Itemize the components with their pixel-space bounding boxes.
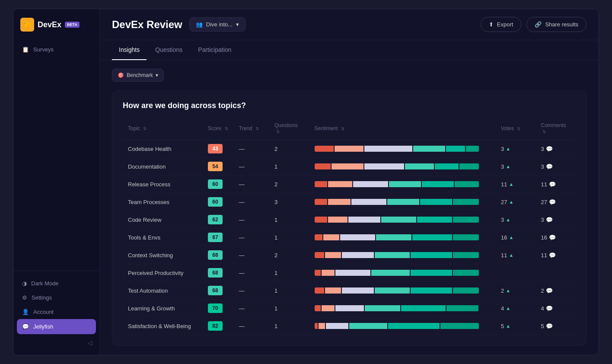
col-header-comments[interactable]: Comments ⇅ [536,119,576,140]
up-arrow-icon: ▲ [509,199,513,204]
cell-questions: 1 [269,229,309,246]
cell-comments [536,264,576,282]
col-header-votes[interactable]: Votes ⇅ [496,119,536,140]
comment-icon: 💬 [549,181,556,188]
dark-mode-icon: ◑ [22,280,27,287]
table-row[interactable]: Learning & Growth70—14▲4💬 [123,300,576,317]
votes-count: 16 [501,234,507,241]
table-row[interactable]: Documentation54—13▲3💬 [123,158,576,176]
table-row[interactable]: Code Review62—13▲3💬 [123,211,576,229]
chevron-down-icon: ▾ [236,21,239,28]
sidebar-item-settings[interactable]: ⚙ Settings [17,291,96,305]
tab-insights[interactable]: Insights [112,40,147,60]
cell-comments: 2💬 [536,282,576,300]
col-header-trend[interactable]: Trend ⇅ [234,119,269,140]
table-row[interactable]: Test Automation68—12▲2💬 [123,282,576,300]
sentiment-segment [323,234,339,240]
cell-questions: 3 [269,193,309,211]
sentiment-segment [412,234,453,240]
top-actions: ⬆ Export 🔗 Share results [481,17,586,32]
table-row[interactable]: Team Processes60—327▲27💬 [123,193,576,211]
account-icon: 👤 [22,309,29,315]
sidebar-item-surveys[interactable]: 📋 Surveys [17,42,96,57]
cell-topic: Test Automation [123,282,203,300]
col-header-questions[interactable]: Questions ⇅ [269,119,309,140]
table-row[interactable]: Satisfaction & Well-Being82—15▲5💬 [123,317,576,335]
cell-questions: 1 [269,264,309,282]
sentiment-segment [455,181,479,187]
sentiment-segment [335,270,370,276]
col-header-sentiment[interactable]: Sentiment ⇅ [309,119,496,140]
sentiment-bar [315,146,479,152]
comments-count: 16 [541,234,547,241]
votes-count: 3 [501,163,504,170]
sidebar-item-account[interactable]: 👤 Account [17,305,96,319]
cell-trend: — [234,158,269,176]
tab-participation[interactable]: Participation [191,40,238,60]
table-header-row: Topic ⇅ Score ⇅ Trend ⇅ Questions ⇅ [123,119,576,140]
score-badge: 43 [208,144,223,153]
sentiment-segment [335,146,363,152]
cell-votes: 3▲ [496,158,536,176]
sidebar-item-dark-mode[interactable]: ◑ Dark Mode [17,276,96,291]
cell-votes: 3▲ [496,140,536,158]
table-row[interactable]: Perceived Productivity68—1 [123,264,576,282]
tab-questions[interactable]: Questions [148,40,189,60]
cell-votes: 2▲ [496,282,536,300]
sentiment-segment [453,287,478,294]
sidebar-collapse-btn[interactable]: ◁ [13,334,99,346]
benchmark-button[interactable]: 🎯 Benchmark ▾ [112,69,164,82]
cell-trend: — [234,211,269,229]
score-badge: 62 [208,215,223,224]
sentiment-segment [375,287,410,294]
share-results-button[interactable]: 🔗 Share results [526,17,586,32]
cell-votes: 5▲ [496,317,536,335]
table-row[interactable]: Context Switching68—211▲11💬 [123,246,576,264]
sentiment-segment [435,163,459,169]
card-title: How are we doing across topics? [123,101,576,110]
cell-trend: — [234,282,269,300]
cell-topic: Satisfaction & Well-Being [123,317,203,335]
cell-score: 60 [203,176,234,193]
votes-count: 11 [501,181,507,188]
comments-count: 2 [541,287,544,294]
sentiment-segment [335,305,364,311]
sidebar-item-jellyfish[interactable]: 💬 Jellyfish [17,319,96,334]
cell-questions: 1 [269,317,309,335]
comments-count: 3 [541,146,544,152]
cell-comments: 11💬 [536,246,576,264]
cell-score: 68 [203,282,234,300]
cell-votes: 3▲ [496,211,536,229]
table-row[interactable]: Release Process60—211▲11💬 [123,176,576,193]
jellyfish-icon: 💬 [22,323,29,330]
cell-trend: — [234,317,269,335]
sidebar-nav: 📋 Surveys [13,42,99,265]
table-row[interactable]: Tools & Envs67—116▲16💬 [123,229,576,246]
score-badge: 54 [208,162,223,171]
sentiment-segment [322,305,335,311]
cell-score: 60 [203,193,234,211]
sentiment-segment [387,199,419,205]
col-header-score[interactable]: Score ⇅ [203,119,234,140]
export-button[interactable]: ⬆ Export [481,17,522,32]
sentiment-bar [315,252,479,258]
cell-questions: 2 [269,176,309,193]
sentiment-segment [389,181,421,187]
account-label: Account [33,309,54,315]
top-bar: DevEx Review 👥 Dive into... ▾ ⬆ Export 🔗… [100,9,599,40]
sentiment-segment [315,234,323,240]
title-section: DevEx Review 👥 Dive into... ▾ [112,17,245,32]
up-arrow-icon: ▲ [506,164,510,169]
cell-comments: 4💬 [536,300,576,317]
sentiment-segment [328,217,347,223]
comment-icon: 💬 [546,217,553,223]
up-arrow-icon: ▲ [506,288,510,293]
cell-questions: 1 [269,282,309,300]
col-header-topic[interactable]: Topic ⇅ [123,119,203,140]
sentiment-bar [315,181,479,187]
table-row[interactable]: Codebase Health43—23▲3💬 [123,140,576,158]
sentiment-segment [459,163,478,169]
sentiment-segment [411,270,452,276]
cell-votes: 16▲ [496,229,536,246]
dive-into-button[interactable]: 👥 Dive into... ▾ [189,17,245,32]
